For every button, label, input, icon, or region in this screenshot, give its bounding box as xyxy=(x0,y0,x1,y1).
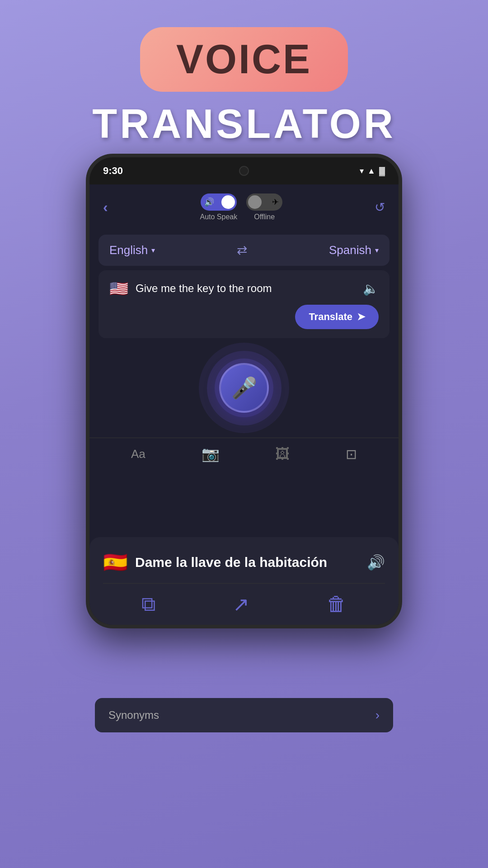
input-area: 🇺🇸 Give me the key to the room 🔈 Transla… xyxy=(99,270,389,338)
copy-button[interactable]: ⧉ xyxy=(141,593,155,616)
signal-icon: ▲ xyxy=(367,166,375,176)
from-language[interactable]: English ▾ xyxy=(109,243,155,257)
offline-label: Offline xyxy=(254,213,275,221)
auto-speak-label: Auto Speak xyxy=(200,213,237,221)
input-flag: 🇺🇸 xyxy=(109,279,128,297)
action-row: ⧉ ↗ 🗑 xyxy=(103,583,385,625)
status-time: 9:30 xyxy=(103,165,123,177)
auto-speak-toggle[interactable]: 🔊 xyxy=(201,193,237,211)
share-button[interactable]: ↗ xyxy=(233,593,249,616)
status-bar: 9:30 ▾ ▲ ▓ xyxy=(89,157,399,184)
offline-toggle-item[interactable]: ✈ Offline xyxy=(246,193,282,221)
translate-btn-row: Translate ➤ xyxy=(109,305,379,329)
translate-button[interactable]: Translate ➤ xyxy=(295,305,379,329)
translation-text: Dame la llave de la habitación xyxy=(135,555,360,570)
translation-speaker-icon[interactable]: 🔊 xyxy=(367,554,385,571)
offline-knob xyxy=(248,195,262,209)
header: VOICE TRANSLATOR xyxy=(0,0,488,147)
camera-notch xyxy=(239,166,249,176)
translation-flag: 🇪🇸 xyxy=(103,551,128,574)
microphone-icon: 🎤 xyxy=(231,376,257,400)
scan-icon[interactable]: ⊡ xyxy=(346,446,357,462)
bottom-toolbar: Aa 📷 🖼 ⊡ xyxy=(89,438,399,470)
translate-button-label: Translate xyxy=(309,311,352,323)
text-input-icon[interactable]: Aa xyxy=(131,447,145,461)
auto-speak-icon: 🔊 xyxy=(204,197,214,207)
offline-toggle[interactable]: ✈ xyxy=(246,193,282,211)
auto-speak-toggle-item[interactable]: 🔊 Auto Speak xyxy=(200,193,237,221)
to-language-arrow: ▾ xyxy=(375,246,379,255)
synonyms-row[interactable]: Synonyms › xyxy=(95,698,393,732)
microphone-button[interactable]: 🎤 xyxy=(219,363,269,413)
status-icons: ▾ ▲ ▓ xyxy=(360,166,385,176)
history-button[interactable]: ↺ xyxy=(375,200,385,215)
camera-icon[interactable]: 📷 xyxy=(202,445,220,462)
translation-panel: 🇪🇸 Dame la llave de la habitación 🔊 ⧉ ↗ … xyxy=(89,537,399,628)
input-text[interactable]: Give me the key to the room xyxy=(136,282,356,295)
input-row: 🇺🇸 Give me the key to the room 🔈 xyxy=(109,279,379,297)
battery-icon: ▓ xyxy=(379,166,385,176)
wifi-icon: ▾ xyxy=(360,166,364,176)
image-gallery-icon[interactable]: 🖼 xyxy=(275,446,290,462)
top-nav: ‹ 🔊 Auto Speak ✈ xyxy=(89,184,399,230)
translation-row: 🇪🇸 Dame la llave de la habitación 🔊 xyxy=(103,551,385,574)
to-language[interactable]: Spanish ▾ xyxy=(329,243,379,257)
phone-mockup: 9:30 ▾ ▲ ▓ ‹ 🔊 A xyxy=(86,154,402,696)
voice-badge: VOICE xyxy=(140,27,348,92)
synonyms-arrow-icon: › xyxy=(375,708,380,722)
translator-title: TRANSLATOR xyxy=(0,101,488,147)
delete-button[interactable]: 🗑 xyxy=(327,593,347,616)
to-language-label: Spanish xyxy=(329,243,371,257)
translate-arrow-icon: ➤ xyxy=(357,311,365,323)
language-selector: English ▾ ⇄ Spanish ▾ xyxy=(99,235,389,266)
phone-outer: 9:30 ▾ ▲ ▓ ‹ 🔊 A xyxy=(86,154,402,628)
back-button[interactable]: ‹ xyxy=(103,199,108,216)
synonyms-label: Synonyms xyxy=(108,709,159,722)
offline-icon: ✈ xyxy=(272,197,279,207)
voice-title: VOICE xyxy=(176,37,312,82)
phone-screen: ‹ 🔊 Auto Speak ✈ xyxy=(89,184,399,625)
toggle-group: 🔊 Auto Speak ✈ Offline xyxy=(200,193,282,221)
input-speaker-icon[interactable]: 🔈 xyxy=(363,281,379,296)
from-language-arrow: ▾ xyxy=(151,246,155,255)
auto-speak-knob xyxy=(221,195,235,209)
swap-languages-button[interactable]: ⇄ xyxy=(237,243,247,258)
phone-side-button xyxy=(399,284,402,320)
mic-area: 🎤 xyxy=(89,343,399,433)
from-language-label: English xyxy=(109,243,148,257)
